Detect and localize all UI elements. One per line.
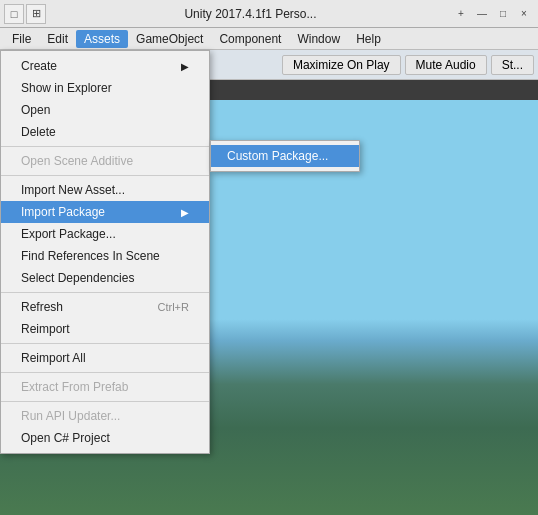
window-icon-square[interactable]: □ (4, 4, 24, 24)
arrow-icon: ▶ (181, 61, 189, 72)
menu-item-import-new-asset[interactable]: Import New Asset... (1, 179, 209, 201)
title-bar-icons: □ ⊞ (4, 4, 46, 24)
menu-item-open-csharp[interactable]: Open C# Project (1, 427, 209, 449)
separator-4 (1, 343, 209, 344)
submenu-arrow-icon: ▶ (181, 207, 189, 218)
stats-button[interactable]: St... (491, 55, 534, 75)
menu-item-run-api-updater: Run API Updater... (1, 405, 209, 427)
separator-5 (1, 372, 209, 373)
window-title: Unity 2017.4.1f1 Perso... (54, 7, 447, 21)
close-button[interactable]: × (514, 4, 534, 24)
menu-bar: File Edit Assets GameObject Component Wi… (0, 28, 538, 50)
submenu: Custom Package... (210, 140, 360, 172)
menu-item-extract-from-prefab: Extract From Prefab (1, 376, 209, 398)
menu-item-open[interactable]: Open (1, 99, 209, 121)
window-icon-stack[interactable]: ⊞ (26, 4, 46, 24)
main-area: ☰ Game Display 1 1x Create ▶ Show in Exp… (0, 80, 538, 515)
assets-menu: Create ▶ Show in Explorer Open Delete Op… (0, 50, 210, 454)
menu-item-delete[interactable]: Delete (1, 121, 209, 143)
submenu-item-custom-package[interactable]: Custom Package... (211, 145, 359, 167)
menu-item-show-explorer[interactable]: Show in Explorer (1, 77, 209, 99)
separator-6 (1, 401, 209, 402)
menu-file[interactable]: File (4, 30, 39, 48)
menu-item-import-package[interactable]: Import Package ▶ (1, 201, 209, 223)
menu-window[interactable]: Window (289, 30, 348, 48)
menu-edit[interactable]: Edit (39, 30, 76, 48)
assets-dropdown: Create ▶ Show in Explorer Open Delete Op… (0, 50, 210, 454)
title-bar: □ ⊞ Unity 2017.4.1f1 Perso... + — □ × (0, 0, 538, 28)
menu-item-reimport-all[interactable]: Reimport All (1, 347, 209, 369)
maximize-button[interactable]: □ (493, 4, 513, 24)
title-controls: + — □ × (451, 4, 534, 24)
maximize-on-play-button[interactable]: Maximize On Play (282, 55, 401, 75)
menu-item-refresh[interactable]: Refresh Ctrl+R (1, 296, 209, 318)
menu-item-reimport[interactable]: Reimport (1, 318, 209, 340)
separator-3 (1, 292, 209, 293)
menu-item-open-scene-additive: Open Scene Additive (1, 150, 209, 172)
menu-component[interactable]: Component (211, 30, 289, 48)
separator-1 (1, 146, 209, 147)
mute-audio-button[interactable]: Mute Audio (405, 55, 487, 75)
menu-gameobject[interactable]: GameObject (128, 30, 211, 48)
refresh-shortcut: Ctrl+R (158, 301, 189, 313)
import-package-submenu: Custom Package... (210, 140, 360, 172)
add-tab-button[interactable]: + (451, 4, 471, 24)
menu-help[interactable]: Help (348, 30, 389, 48)
separator-2 (1, 175, 209, 176)
menu-item-find-references[interactable]: Find References In Scene (1, 245, 209, 267)
menu-item-select-dependencies[interactable]: Select Dependencies (1, 267, 209, 289)
menu-assets[interactable]: Assets (76, 30, 128, 48)
minimize-button[interactable]: — (472, 4, 492, 24)
menu-item-export-package[interactable]: Export Package... (1, 223, 209, 245)
menu-item-create[interactable]: Create ▶ (1, 55, 209, 77)
